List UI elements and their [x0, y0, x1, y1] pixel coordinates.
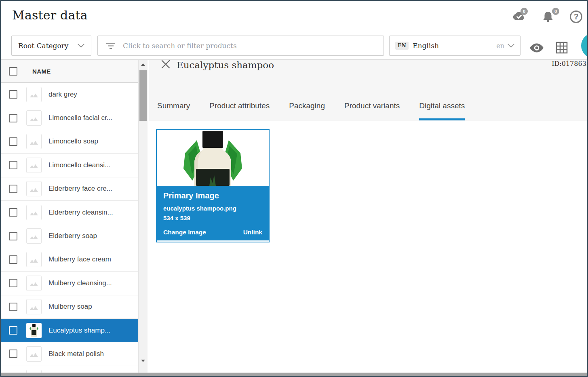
table-row[interactable]: Elderberry soap — [1, 224, 138, 248]
tab-packaging[interactable]: Packaging — [289, 101, 325, 121]
row-checkbox[interactable] — [9, 232, 17, 240]
image-placeholder-icon — [30, 185, 38, 192]
row-label: Mulberry cleansing... — [48, 279, 112, 287]
row-checkbox[interactable] — [9, 279, 17, 287]
table-row[interactable]: Limoncello facial cr... — [1, 106, 138, 130]
asset-dimensions: 534 x 539 — [163, 215, 262, 221]
row-checkbox[interactable] — [9, 114, 17, 122]
asset-card[interactable]: Primary Image eucalyptus shampoo.png 534… — [156, 129, 270, 242]
horizontal-scrollbar[interactable] — [1, 373, 587, 376]
row-checkbox[interactable] — [9, 161, 17, 169]
row-checkbox[interactable] — [9, 350, 17, 358]
notifications-button[interactable]: 0 — [542, 11, 558, 26]
scrollbar-thumb[interactable] — [139, 70, 147, 121]
tab-product-attributes[interactable]: Product attributes — [209, 101, 270, 121]
detail-id: ID:0178633 — [552, 60, 588, 67]
row-label: Limoncello cleansi... — [48, 161, 110, 169]
table-row[interactable]: Limoncello cleansi... — [1, 154, 138, 177]
language-select[interactable]: EN English en — [389, 36, 521, 56]
image-placeholder-icon — [30, 256, 38, 263]
table-row[interactable]: Mulberry cleansing... — [1, 272, 138, 295]
scroll-up-arrow[interactable] — [139, 61, 148, 68]
row-checkbox[interactable] — [9, 255, 17, 264]
row-label: Mulberry soap — [48, 303, 92, 311]
search-placeholder: Click to search or filter products — [123, 42, 237, 50]
change-image-button[interactable]: Change Image — [163, 229, 206, 236]
table-row[interactable] — [1, 366, 138, 373]
chevron-down-icon — [508, 44, 514, 48]
chevron-down-icon — [78, 44, 84, 48]
notifications-badge: 0 — [552, 8, 559, 15]
image-placeholder-icon — [30, 91, 38, 98]
language-badge: EN — [395, 42, 409, 50]
image-placeholder-icon — [30, 350, 38, 357]
product-list-panel: NAME dark grey — [1, 60, 138, 373]
image-placeholder-icon — [30, 162, 38, 168]
asset-title: Primary Image — [163, 191, 262, 200]
image-placeholder-icon — [30, 209, 38, 216]
close-icon — [161, 60, 170, 69]
row-checkbox[interactable] — [9, 185, 17, 193]
language-name: English — [413, 42, 439, 50]
image-placeholder-icon — [30, 303, 38, 310]
asset-filename: eucalyptus shampoo.png — [163, 205, 262, 212]
floating-action-button[interactable] — [581, 33, 588, 58]
row-label: dark grey — [48, 91, 77, 99]
row-label: Elderberry soap — [48, 232, 97, 240]
category-select[interactable]: Root Category — [11, 36, 91, 56]
tab-summary[interactable]: Summary — [157, 101, 190, 121]
help-button[interactable]: ? — [570, 11, 586, 26]
tab-product-variants[interactable]: Product variants — [344, 101, 400, 121]
sync-status-button[interactable]: 0 — [510, 11, 526, 26]
image-placeholder-icon — [30, 115, 38, 122]
name-column-header: NAME — [32, 68, 51, 75]
unlink-button[interactable]: Unlink — [243, 229, 262, 236]
asset-info: Primary Image eucalyptus shampoo.png 534… — [157, 186, 269, 240]
table-row[interactable]: dark grey — [1, 83, 138, 106]
table-row[interactable]: Mulberry soap — [1, 295, 138, 319]
row-label: Limoncello soap — [48, 137, 98, 145]
detail-panel: Eucalyptus shampoo ID:0178633 SummaryPro… — [149, 60, 587, 373]
row-checkbox[interactable] — [9, 208, 17, 217]
row-label: Eucalyptus shamp... — [48, 326, 110, 335]
list-header: NAME — [1, 60, 138, 83]
scroll-down-arrow[interactable] — [139, 357, 148, 364]
table-row[interactable]: Elderberry cleansin... — [1, 201, 138, 224]
search-input[interactable]: Click to search or filter products — [97, 36, 384, 56]
page-title: Master data — [12, 8, 88, 22]
category-select-label: Root Category — [18, 42, 68, 50]
preview-toggle-button[interactable] — [529, 40, 545, 56]
row-label: Elderberry cleansin... — [48, 209, 113, 217]
row-checkbox[interactable] — [9, 137, 17, 146]
help-icon: ? — [570, 11, 582, 23]
digital-assets-content: Primary Image eucalyptus shampoo.png 534… — [149, 121, 587, 373]
filter-icon — [106, 42, 116, 49]
table-row[interactable]: Elderberry face cre... — [1, 177, 138, 201]
grid-icon — [556, 42, 568, 54]
language-code: en — [496, 42, 504, 50]
table-row[interactable]: Black metal polish — [1, 342, 138, 366]
table-row[interactable]: Eucalyptus shamp... — [1, 319, 138, 342]
row-label: Mulberry face cream — [48, 255, 111, 263]
detail-title: Eucalyptus shampoo — [177, 60, 274, 70]
close-detail-button[interactable] — [161, 60, 170, 69]
image-placeholder-icon — [30, 280, 38, 286]
product-list: dark grey Limoncello facial cr... — [1, 83, 138, 373]
product-thumbnail-icon — [27, 323, 41, 338]
select-all-checkbox[interactable] — [9, 67, 17, 76]
tab-digital-assets[interactable]: Digital assets — [419, 101, 465, 121]
row-checkbox[interactable] — [9, 90, 17, 99]
asset-image — [157, 130, 269, 186]
detail-header: Eucalyptus shampoo ID:0178633 SummaryPro… — [149, 60, 587, 121]
grid-view-button[interactable] — [554, 40, 570, 56]
app-window: Master data 0 0 ? Root Category Click to… — [0, 0, 588, 377]
eye-icon — [529, 43, 544, 53]
sidebar-scrollbar[interactable] — [138, 60, 148, 373]
row-checkbox[interactable] — [9, 303, 17, 311]
image-placeholder-icon — [30, 138, 38, 145]
row-label: Elderberry face cre... — [48, 185, 112, 193]
row-checkbox[interactable] — [9, 326, 17, 335]
table-row[interactable]: Limoncello soap — [1, 130, 138, 154]
table-row[interactable]: Mulberry face cream — [1, 248, 138, 272]
detail-tabs: SummaryProduct attributesPackagingProduc… — [157, 101, 465, 121]
